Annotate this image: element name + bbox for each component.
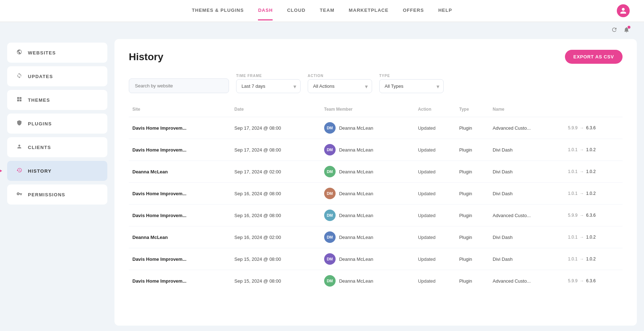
type-select-wrap: All Types Plugin Theme Core (379, 79, 444, 93)
col-date: Date (231, 104, 321, 117)
sidebar-item-plugins[interactable]: PLUGINS (7, 114, 107, 134)
version-arrow-icon: → (580, 256, 584, 262)
cell-member: DM Deanna McLean (321, 183, 414, 205)
svg-rect-2 (17, 100, 19, 101)
table-row: Deanna McLean Sep 17, 2024 @ 02:00 DM De… (129, 161, 623, 183)
export-csv-button[interactable]: EXPORT AS CSV (565, 50, 623, 64)
nav-marketplace[interactable]: MARKETPLACE (349, 1, 389, 20)
cell-date: Sep 17, 2024 @ 02:00 (231, 161, 321, 183)
notification-dot (628, 26, 630, 29)
sidebar-item-permissions[interactable]: PERMISSIONS (7, 184, 107, 205)
notifications-button[interactable] (623, 27, 630, 35)
cell-version: 1.0.1 → 1.0.2 (565, 161, 623, 183)
table-row: Deanna McLean Sep 16, 2024 @ 02:00 DM De… (129, 226, 623, 248)
nav-themes-plugins[interactable]: THEMES & PLUGINS (192, 1, 244, 20)
avatar: DM (324, 253, 336, 265)
themes-icon (16, 96, 23, 104)
main-layout: WEBSITES UPDATES THEMES PLUGINS CLIENTS (0, 39, 644, 331)
avatar: DM (324, 188, 336, 199)
svg-rect-1 (20, 97, 21, 99)
action-filter: ACTION All Actions Updated Installed Del… (308, 74, 372, 93)
nav-cloud[interactable]: CLOUD (287, 1, 305, 20)
cell-date: Sep 15, 2024 @ 08:00 (231, 270, 321, 292)
cell-member: DM Deanna McLean (321, 226, 414, 248)
version-arrow-icon: → (580, 191, 584, 196)
cell-action: Updated (414, 248, 455, 270)
table-header-row: Site Date Team Member Action Type Name (129, 104, 623, 117)
avatar: DM (324, 166, 336, 177)
type-select[interactable]: All Types Plugin Theme Core (379, 79, 444, 93)
cell-member: DM Deanna McLean (321, 161, 414, 183)
nav-dash[interactable]: DASH (258, 1, 273, 20)
plugins-icon (16, 120, 23, 127)
version-arrow-icon: → (580, 213, 584, 218)
version-arrow-icon: → (580, 235, 584, 240)
nav-team[interactable]: TEAM (320, 1, 335, 20)
timeframe-select[interactable]: Last 7 days Last 14 days Last 30 days La… (236, 79, 301, 93)
top-nav: THEMES & PLUGINS DASH CLOUD TEAM MARKETP… (0, 0, 644, 22)
user-avatar[interactable] (617, 4, 630, 17)
col-name: Name (489, 104, 564, 117)
version-arrow-icon: → (580, 147, 584, 152)
cell-version: 1.0.1 → 1.0.2 (565, 248, 623, 270)
cell-site: Davis Home Improvem... (129, 270, 231, 292)
cell-member: DM Deanna McLean (321, 248, 414, 270)
search-input[interactable] (129, 78, 229, 93)
cell-name: Divi Dash (489, 161, 564, 183)
cell-member: DM Deanna McLean (321, 117, 414, 139)
history-table: Site Date Team Member Action Type Name D… (129, 104, 623, 292)
type-filter: TYPE All Types Plugin Theme Core (379, 74, 444, 93)
version-arrow-icon: → (580, 125, 584, 130)
sidebar-item-themes[interactable]: THEMES (7, 90, 107, 110)
refresh-button[interactable] (611, 27, 618, 35)
cell-type: Plugin (455, 226, 489, 248)
timeframe-select-wrap: Last 7 days Last 14 days Last 30 days La… (236, 79, 301, 93)
permissions-icon (16, 191, 23, 198)
sidebar-item-websites-label: WEBSITES (28, 50, 56, 56)
cell-action: Updated (414, 205, 455, 226)
cell-name: Divi Dash (489, 226, 564, 248)
cell-name: Advanced Custo... (489, 270, 564, 292)
cell-date: Sep 15, 2024 @ 08:00 (231, 248, 321, 270)
nav-offers[interactable]: OFFERS (403, 1, 424, 20)
cell-type: Plugin (455, 183, 489, 205)
svg-rect-0 (17, 97, 19, 99)
nav-help[interactable]: HELP (438, 1, 452, 20)
cell-member: DM Deanna McLean (321, 139, 414, 161)
cell-site: Davis Home Improvem... (129, 117, 231, 139)
cell-date: Sep 16, 2024 @ 08:00 (231, 205, 321, 226)
table-row: Davis Home Improvem... Sep 16, 2024 @ 08… (129, 205, 623, 226)
history-header: History EXPORT AS CSV (129, 50, 623, 64)
col-member: Team Member (321, 104, 414, 117)
avatar: DM (324, 122, 336, 134)
sidebar-item-clients-label: CLIENTS (28, 145, 51, 150)
cell-member: DM Deanna McLean (321, 205, 414, 226)
sidebar-item-clients[interactable]: CLIENTS (7, 137, 107, 157)
sidebar-item-history[interactable]: HISTORY (7, 161, 107, 181)
cell-action: Updated (414, 226, 455, 248)
action-select[interactable]: All Actions Updated Installed Deleted (308, 79, 372, 93)
svg-rect-3 (20, 100, 21, 101)
cell-type: Plugin (455, 248, 489, 270)
sidebar: WEBSITES UPDATES THEMES PLUGINS CLIENTS (7, 39, 107, 326)
cell-name: Divi Dash (489, 183, 564, 205)
history-icon (16, 167, 23, 174)
cell-site: Davis Home Improvem... (129, 139, 231, 161)
cell-site: Davis Home Improvem... (129, 205, 231, 226)
cell-site: Deanna McLean (129, 226, 231, 248)
avatar: DM (324, 275, 336, 287)
col-site: Site (129, 104, 231, 117)
cell-version: 5.9.9 → 6.3.6 (565, 117, 623, 139)
search-wrap (129, 78, 229, 93)
sidebar-item-plugins-label: PLUGINS (28, 121, 52, 126)
cell-action: Updated (414, 139, 455, 161)
cell-action: Updated (414, 183, 455, 205)
col-action: Action (414, 104, 455, 117)
cell-type: Plugin (455, 270, 489, 292)
sidebar-item-updates[interactable]: UPDATES (7, 66, 107, 86)
sidebar-item-permissions-label: PERMISSIONS (28, 192, 65, 197)
page-title: History (129, 51, 163, 63)
cell-date: Sep 17, 2024 @ 08:00 (231, 139, 321, 161)
sidebar-item-websites[interactable]: WEBSITES (7, 43, 107, 63)
table-row: Davis Home Improvem... Sep 15, 2024 @ 08… (129, 270, 623, 292)
